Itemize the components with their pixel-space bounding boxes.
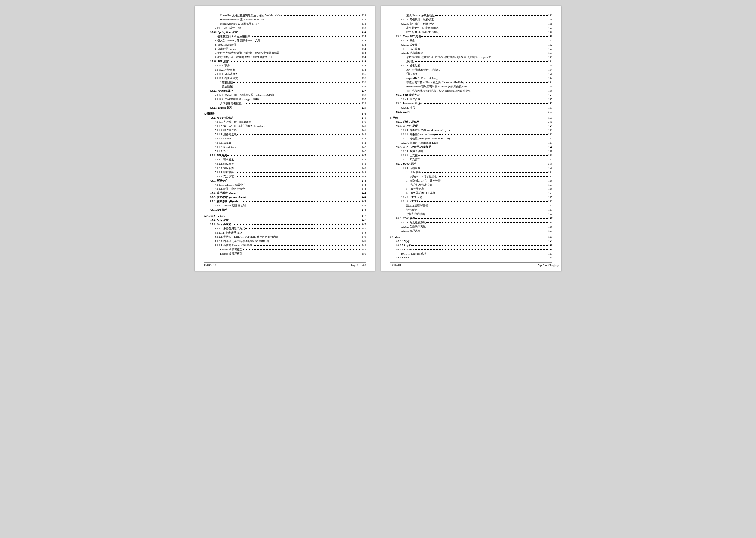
toc-entry[interactable]: 8.1.2.1.1. 异步通讯 NIO148 — [204, 231, 366, 235]
toc-entry[interactable]: 7.1.1.5. Consul142 — [204, 137, 366, 141]
toc-entry[interactable]: 7.1.1.6. Eureka142 — [204, 141, 366, 145]
toc-entry[interactable]: 7.1.2. API 网关142 — [204, 154, 366, 158]
toc-entry[interactable]: 6.1.13. Tomcat 架构139 — [204, 106, 366, 110]
toc-entry[interactable]: 8.1.2.3. 内存池（基于内存池的缓冲区重用机制）149 — [204, 239, 366, 243]
toc-entry[interactable]: 通讯流程154 — [390, 72, 552, 76]
toc-entry[interactable]: 7.1.7. API 管理146 — [204, 208, 366, 212]
toc-entry[interactable]: 8.1.6. Thrift157 — [390, 110, 552, 114]
toc-entry[interactable]: 9.1.4.2. HTTP 状态165 — [390, 195, 552, 199]
toc-entry[interactable]: 7.1.4. 事件调度（kafka）144 — [204, 191, 366, 195]
toc-entry[interactable]: 8.1.2.4. 高效的 Reactor 线程模型149 — [204, 243, 366, 248]
toc-entry[interactable]: 9.1.2. TCP/IP 原理160 — [390, 124, 552, 128]
toc-entry[interactable]: 9.1.4.1. 传输流程164 — [390, 166, 552, 170]
toc-entry[interactable]: 6.1.11.1. 分布式事务135 — [204, 72, 366, 76]
toc-entry[interactable]: 6. 绝对没有代码生成和对 XML 没有要求配置 [1]134 — [204, 55, 366, 60]
toc-entry[interactable]: 9.1.3.1. 数据包说明161 — [390, 149, 552, 154]
toc-entry[interactable]: 7.1.1.2. 第三方注册（独立的服务 Registrar）140 — [204, 124, 366, 128]
toc-entry[interactable]: 6.1.10. Spring Boot 原理134 — [204, 30, 366, 34]
toc-entry[interactable]: 序列化154 — [390, 60, 552, 64]
toc-entry[interactable]: 7.1.1. 服务注册发现140 — [204, 116, 366, 120]
toc-entry[interactable]: 7.1.3.1. zookeeper 配置中心144 — [204, 183, 366, 187]
toc-entry[interactable]: 6.1.11.1. 事务134 — [204, 64, 366, 68]
toc-entry[interactable]: 1：地址解析164 — [390, 170, 552, 175]
toc-entry[interactable]: 1. 创建独立的 Spring 应用程序134 — [204, 34, 366, 39]
toc-entry[interactable]: 9.1.2.3. 传输层(Tramsport Layer-TCP/UDP)160 — [390, 137, 552, 141]
toc-entry[interactable]: 5. 提供生产就绪型功能，如指标，健康检查和外部配置134 — [204, 51, 366, 55]
toc-entry[interactable]: 7.1.6. 服务熔断（Hystrix）145 — [204, 199, 366, 204]
toc-entry[interactable]: 9.1.3.3. 四次挥手163 — [390, 158, 552, 162]
toc-entry[interactable]: 9.1.3. TCP 三次握手/四次挥手161 — [390, 145, 552, 149]
toc-entry[interactable]: 9.1.4. HTTP 原理164 — [390, 162, 552, 166]
toc-entry[interactable]: 监听消息的线程收到消息，找到 callback 上的锁并唤醒155 — [390, 89, 552, 93]
toc-entry[interactable]: 8.1.2.5. 无锁设计、线程锁定151 — [390, 18, 552, 22]
toc-entry[interactable]: 8.1.5. Protocolol Buffer156 — [390, 102, 552, 106]
toc-entry[interactable]: 9.1.5. CDN 原理167 — [390, 216, 552, 221]
toc-entry[interactable]: 9.1.5.2. 负载均衡系统：168 — [390, 225, 552, 229]
toc-entry[interactable]: 7.1.5. 服务跟踪（starter-sleuth）144 — [204, 195, 366, 199]
toc-entry[interactable]: 10.1.3.1. Logback 优点169 — [390, 252, 552, 256]
toc-entry[interactable]: 8.1.3.3. 核心流程152 — [390, 47, 552, 51]
toc-entry[interactable]: 8.1.1. Netty 原理147 — [204, 218, 366, 222]
toc-entry[interactable]: 10.1.2. Log4j169 — [390, 243, 552, 248]
toc-entry[interactable]: 9.1.2.4. 应用层(Application Layer)160 — [390, 141, 552, 145]
toc-entry[interactable]: Controller 调用业务逻辑处理后，返回 ModelAndView133 — [204, 14, 366, 18]
toc-entry[interactable]: 软中断 Hash 值和 CPU 绑定152 — [390, 30, 552, 34]
toc-entry[interactable]: 主从 Reactor 多线程模型150 — [390, 14, 552, 18]
toc-entry[interactable]: 具体使用需要配置：139 — [204, 102, 366, 106]
toc-entry[interactable]: 8.1.5.1. 特点157 — [390, 106, 552, 110]
toc-entry[interactable]: 10. 日志169 — [390, 235, 552, 239]
toc-entry[interactable]: 1 准备阶段136 — [204, 81, 366, 85]
toc-entry[interactable]: 9.1.4.3. HTTPS166 — [390, 199, 552, 204]
toc-entry[interactable]: 8.1.2.1. 多路复用通讯方式147 — [204, 227, 366, 231]
toc-entry[interactable]: 10.1.3. LogBack169 — [390, 248, 552, 252]
toc-entry[interactable]: ModelAndView 反馈浏览器 HTTP133 — [204, 22, 366, 26]
toc-entry[interactable]: 6.1.9.1. MVC 常用注解133 — [204, 26, 366, 30]
toc-entry[interactable]: 9.1.1. 网络 7 层架构159 — [390, 120, 552, 124]
toc-entry[interactable]: 8.1.2.2. 零拷贝（DIRECT BUFFERS 使用堆外直接内存）149 — [204, 235, 366, 239]
toc-entry[interactable]: 3：封装成 TCP 包并建立连接165 — [390, 179, 552, 183]
toc-entry[interactable]: 7.1.3. 配置中心144 — [204, 179, 366, 183]
toc-entry[interactable]: 8.1.3.2. 关键技术152 — [390, 43, 552, 47]
toc-entry[interactable]: 7.1.2.3. 协议转换143 — [204, 166, 366, 170]
toc-entry[interactable]: 证书验证167 — [390, 208, 552, 212]
toc-entry[interactable]: 7.1.2.5. 安全认证144 — [204, 175, 366, 179]
toc-entry[interactable]: requestID 生成-AtomicLong154 — [390, 76, 552, 81]
toc-entry[interactable]: 6.1.11. JPA 原理134 — [204, 60, 366, 64]
toc-entry[interactable]: Reactor 多线程模型150 — [204, 252, 366, 256]
toc-entry[interactable]: 建立连接获取证书167 — [390, 204, 552, 208]
toc-entry[interactable]: 8.1.3.1. 概念152 — [390, 39, 552, 43]
toc-entry[interactable]: 10.1.4. ELK170 — [390, 256, 552, 260]
toc-entry[interactable]: 7.1.1.1. 客户端注册（zookeeper）140 — [204, 120, 366, 124]
toc-entry[interactable]: 9.1.2.1. 网络访问层(Network Access Layer)160 — [390, 128, 552, 133]
toc-entry[interactable]: 6.1.12. Mybatis 缓存137 — [204, 89, 366, 93]
toc-entry[interactable]: Reactor 单线程模型149 — [204, 248, 366, 252]
toc-entry[interactable]: 6.1.12.1. Mybatis 的一级缓存原理（sqlsession 级别）… — [204, 93, 366, 97]
toc-entry[interactable]: 7.1.2.1. 请求转发143 — [204, 158, 366, 162]
toc-entry[interactable]: 7.1.1.3. 客户端发现141 — [204, 128, 366, 133]
toc-entry[interactable]: 息数据结构（接口名称+方法名+参数类型和参数值+超时时间+ requestID）… — [390, 55, 552, 60]
toc-entry[interactable]: 6.1.11.2. 本地事务134 — [204, 68, 366, 72]
toc-entry[interactable]: 7.1.2.2. 响应合并143 — [204, 162, 366, 166]
toc-entry[interactable]: 7. 微服务140 — [204, 112, 366, 116]
toc-entry[interactable]: 2 提交阶段：136 — [204, 85, 366, 89]
toc-entry[interactable]: 10.1.1. Slf4j169 — [390, 239, 552, 243]
toc-entry[interactable]: 9.1.3.2. 三次握手162 — [390, 154, 552, 158]
toc-entry[interactable]: 7.1.1.8. Etcd142 — [204, 149, 366, 154]
toc-entry[interactable]: 存放回调对象 callback 到全局 ConcurrentHashMap154 — [390, 81, 552, 85]
toc-entry[interactable]: 9.1.5.1. 分发服务系统167 — [390, 221, 552, 225]
toc-entry[interactable]: 6：服务器关闭 TCP 连接165 — [390, 191, 552, 195]
toc-entry[interactable]: 6.1.11.1. 两阶段提交136 — [204, 76, 366, 81]
toc-entry[interactable]: 8. NETTY 与 RPC147 — [204, 214, 366, 218]
toc-entry[interactable]: synchronized 获取回调对象 callback 的锁并自旋 wait1… — [390, 85, 552, 89]
toc-entry[interactable]: 3. 简化 Maven 配置134 — [204, 43, 366, 47]
toc-entry[interactable]: 6.1.12.2. 二级缓存原理（mapper 基本）138 — [204, 97, 366, 102]
toc-entry[interactable]: 2. 嵌入的 Tomcat，无需部署 WAR 文件134 — [204, 39, 366, 43]
toc-entry[interactable]: 8.1.2. Netty 高性能147 — [204, 222, 366, 227]
toc-entry[interactable]: 核心问题(线程暂停、消息乱序)154 — [390, 68, 552, 72]
toc-entry[interactable]: 8.1.2.6. 高性能的序列化框架151 — [390, 22, 552, 26]
toc-entry[interactable]: 数据加密和传输167 — [390, 212, 552, 216]
toc-entry[interactable]: 5：服务器响应165 — [390, 187, 552, 191]
toc-entry[interactable]: 7.1.6.1. Hystrix 断路器机制146 — [204, 204, 366, 208]
toc-entry[interactable]: 7.1.1.4. 服务端发现142 — [204, 133, 366, 137]
toc-entry[interactable]: 8.1.3.1. 通讯过程154 — [390, 64, 552, 68]
